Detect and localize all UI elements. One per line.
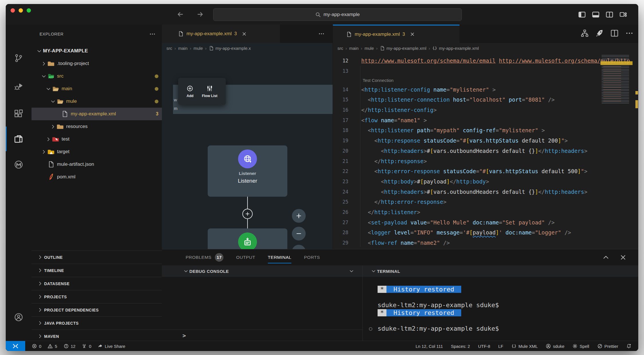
tree-item-.tooling-project[interactable]: .tooling-project: [32, 57, 162, 70]
explorer-more-actions-icon[interactable]: [149, 31, 156, 37]
status-item-lf[interactable]: LF: [494, 344, 507, 349]
terminal-line-0: * History restored: [369, 285, 636, 293]
mulesoft-icon[interactable]: [14, 160, 23, 169]
terminal-output[interactable]: * History restored sduke-ltm2:my-app-exa…: [369, 285, 636, 332]
debug-filter-dropdown-icon[interactable]: [348, 269, 355, 274]
status-item-mule-xml[interactable]: Mule XML: [507, 344, 542, 349]
tree-item-main[interactable]: main: [32, 82, 162, 95]
panel-tab-terminal[interactable]: TERMINAL: [268, 249, 291, 265]
panel-tab-ports[interactable]: PORTS: [304, 249, 320, 265]
tree-item-mule[interactable]: mule: [32, 95, 162, 108]
tree-item-pom.xml[interactable]: pom.xml: [32, 171, 162, 183]
breadcrumb-item[interactable]: src: [166, 46, 172, 51]
insert-component-button[interactable]: [242, 209, 253, 219]
status-item-utf-8[interactable]: UTF-8: [474, 344, 494, 349]
status-item-live-share[interactable]: Live Share: [95, 344, 129, 349]
tree-item-label: resources: [66, 124, 88, 129]
explorer-icon[interactable]: [14, 134, 23, 143]
flow-list-button[interactable]: Flow List: [202, 85, 217, 98]
breadcrumb-item[interactable]: main: [178, 46, 188, 51]
close-panel-icon[interactable]: [619, 254, 627, 261]
remote-indicator[interactable]: [6, 341, 25, 351]
tab-my-app-example-xml-right[interactable]: my-app-example.xml 3: [333, 25, 460, 43]
navigate-forward-icon[interactable]: [197, 11, 204, 18]
status-item-ln-12-col-111[interactable]: Ln 12, Col 111: [412, 344, 447, 349]
panel-tab-output[interactable]: OUTPUT: [236, 249, 255, 265]
breadcrumb-item[interactable]: my-app-example.xml: [380, 46, 426, 51]
flow-node-set-payload[interactable]: Set payload Set payload: [208, 228, 287, 249]
code-editor[interactable]: 12http://www.mulesoft.org/schema/mule/em…: [333, 53, 638, 249]
tree-item-test[interactable]: test: [32, 133, 162, 145]
close-window-button[interactable]: [11, 8, 15, 13]
minimize-window-button[interactable]: [19, 8, 23, 13]
status-item-prettier[interactable]: Prettier: [593, 344, 622, 349]
sidebar-section-maven[interactable]: MAVEN: [32, 330, 162, 341]
maximize-window-button[interactable]: [27, 8, 31, 13]
fit-to-screen-button[interactable]: [292, 245, 306, 249]
customize-layout-icon[interactable]: [619, 11, 627, 18]
debug-console-input[interactable]: >: [162, 330, 362, 341]
tree-item-mule-artifact.json[interactable]: mule-artifact.json: [32, 158, 162, 171]
status-item-12[interactable]: 12: [60, 344, 79, 349]
sidebar-section-java-projects[interactable]: JAVA PROJECTS: [32, 316, 162, 330]
breadcrumb-item[interactable]: mule: [365, 46, 374, 51]
status-item-bell[interactable]: [622, 344, 635, 349]
status-item-spell[interactable]: Spell: [568, 344, 593, 349]
close-tab-icon[interactable]: [410, 31, 415, 37]
add-flow-button[interactable]: Add: [186, 85, 193, 98]
maximize-panel-icon[interactable]: [602, 254, 610, 261]
breadcrumb-item[interactable]: my-app-example.x: [209, 46, 251, 51]
minimap[interactable]: [600, 54, 633, 108]
tree-item-src[interactable]: </>src: [32, 70, 162, 82]
extensions-icon[interactable]: [14, 109, 23, 118]
line-number: 21: [333, 158, 348, 164]
flow-node-listener[interactable]: Listener Listener: [208, 145, 287, 197]
code-text: <http:headers>#[vars.outboundHeaders def…: [361, 189, 587, 195]
section-label: JAVA PROJECTS: [44, 321, 79, 326]
tab-my-app-example-xml-left[interactable]: my-app-example.xml 3: [162, 25, 280, 43]
breadcrumb-item[interactable]: src: [337, 46, 343, 51]
command-center-search[interactable]: my-app-example: [213, 8, 462, 21]
breadcrumb-left[interactable]: src›main›mule›my-app-example.x: [162, 43, 333, 53]
deploy-rocket-icon[interactable]: [596, 29, 604, 37]
sidebar-section-timeline[interactable]: TIMELINE: [32, 264, 162, 277]
toggle-sidebar-icon[interactable]: [578, 11, 586, 18]
run-debug-icon[interactable]: [14, 82, 23, 91]
close-tab-icon[interactable]: [242, 31, 247, 37]
show-mule-graph-icon[interactable]: [581, 29, 589, 37]
tree-item-resources[interactable]: resources: [32, 120, 162, 133]
panel-tab-problems[interactable]: PROBLEMS17: [186, 249, 223, 265]
tree-item-my-app-example.xml[interactable]: my-app-example.xml3: [32, 108, 162, 120]
breadcrumb-label: src: [337, 46, 343, 51]
sidebar-section-datasense[interactable]: DATASENSE: [32, 277, 162, 290]
toggle-panel-icon[interactable]: [592, 11, 600, 18]
debug-console-header[interactable]: DEBUG CONSOLE: [162, 265, 362, 277]
zoom-out-button[interactable]: [292, 227, 306, 240]
editor-more-actions-icon[interactable]: [625, 29, 633, 37]
account-icon[interactable]: [14, 313, 23, 322]
status-item-0[interactable]: 0: [78, 344, 94, 349]
breadcrumb-item[interactable]: main: [349, 46, 359, 51]
source-control-icon[interactable]: [14, 54, 23, 63]
tree-item-target[interactable]: target: [32, 145, 162, 158]
status-item-5[interactable]: 5: [44, 344, 60, 349]
tab-overflow-icon[interactable]: [318, 31, 325, 37]
breadcrumb-item[interactable]: my-app-example.xml: [432, 46, 479, 51]
navigate-back-icon[interactable]: [176, 11, 184, 18]
status-item-sduke[interactable]: sduke: [542, 344, 568, 349]
terminal-header[interactable]: TERMINAL: [363, 265, 638, 277]
panel-split-divider[interactable]: [362, 265, 363, 341]
breadcrumb-item[interactable]: mule: [194, 46, 203, 51]
status-item-0[interactable]: 0: [29, 344, 44, 349]
tree-item-root[interactable]: MY-APP-EXAMPLE: [32, 45, 162, 57]
toggle-splitview-icon[interactable]: [606, 11, 613, 18]
split-editor-icon[interactable]: [610, 29, 619, 37]
terminal-line-2: sduke-ltm2:my-app-example sduke$: [369, 301, 636, 309]
codelens-test-connection[interactable]: Test Connection: [333, 76, 638, 84]
sidebar-section-project-dependencies[interactable]: PROJECT DEPENDENCIES: [32, 303, 162, 316]
sidebar-section-projects[interactable]: PROJECTS: [32, 290, 162, 303]
status-item-spaces-2[interactable]: Spaces: 2: [447, 344, 474, 349]
sidebar-section-outline[interactable]: OUTLINE: [32, 251, 162, 264]
breadcrumb-right[interactable]: src›main›mule›my-app-example.xml›my-app-…: [333, 43, 638, 53]
zoom-in-button[interactable]: [292, 209, 306, 223]
